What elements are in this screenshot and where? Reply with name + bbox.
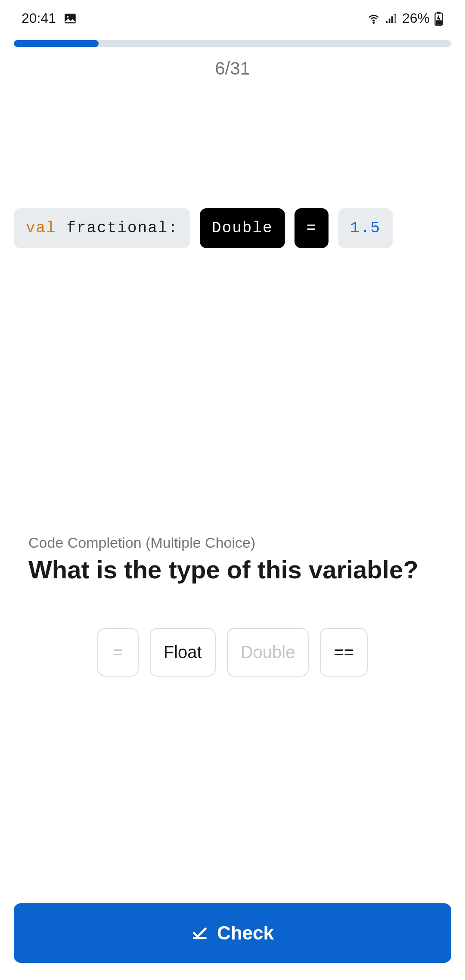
- choice-double-equals[interactable]: ==: [320, 628, 368, 677]
- code-equals-slot[interactable]: =: [294, 208, 329, 248]
- code-area: val fractional: Double = 1.5: [0, 79, 465, 248]
- svg-point-1: [67, 16, 68, 17]
- check-button-label: Check: [217, 922, 274, 944]
- svg-point-2: [373, 22, 375, 23]
- battery-charging-icon: [434, 11, 443, 26]
- code-number: 1.5: [350, 219, 381, 237]
- signal-icon: [385, 12, 398, 25]
- progress-text: 6/31: [14, 58, 451, 79]
- status-time: 20:41: [22, 10, 56, 26]
- status-left: 20:41: [22, 10, 78, 26]
- wifi-icon: [367, 12, 381, 25]
- question-section: Code Completion (Multiple Choice) What i…: [0, 534, 465, 677]
- code-type-slot[interactable]: Double: [200, 208, 285, 248]
- code-keyword: val: [26, 219, 56, 237]
- choices-row: = Float Double ==: [28, 628, 437, 677]
- question-category: Code Completion (Multiple Choice): [28, 534, 437, 551]
- check-button[interactable]: Check: [14, 903, 451, 963]
- progress-bar[interactable]: [14, 40, 451, 47]
- choice-double[interactable]: Double: [227, 628, 309, 677]
- progress-container: 6/31: [0, 33, 465, 79]
- svg-rect-5: [391, 16, 393, 23]
- status-bar: 20:41 26%: [0, 0, 465, 33]
- battery-percent: 26%: [402, 10, 430, 26]
- svg-rect-3: [386, 21, 388, 23]
- progress-fill: [14, 40, 99, 47]
- code-declaration: val fractional:: [14, 208, 190, 248]
- svg-rect-4: [389, 19, 391, 23]
- svg-rect-8: [437, 12, 441, 13]
- status-right: 26%: [367, 10, 443, 26]
- picture-icon: [63, 11, 78, 26]
- svg-rect-6: [394, 14, 396, 23]
- choice-equals[interactable]: =: [97, 628, 139, 677]
- code-varname: fractional:: [56, 219, 178, 237]
- check-icon: [191, 924, 208, 942]
- choice-float[interactable]: Float: [150, 628, 216, 677]
- question-title: What is the type of this variable?: [28, 555, 437, 585]
- code-value: 1.5: [338, 208, 393, 248]
